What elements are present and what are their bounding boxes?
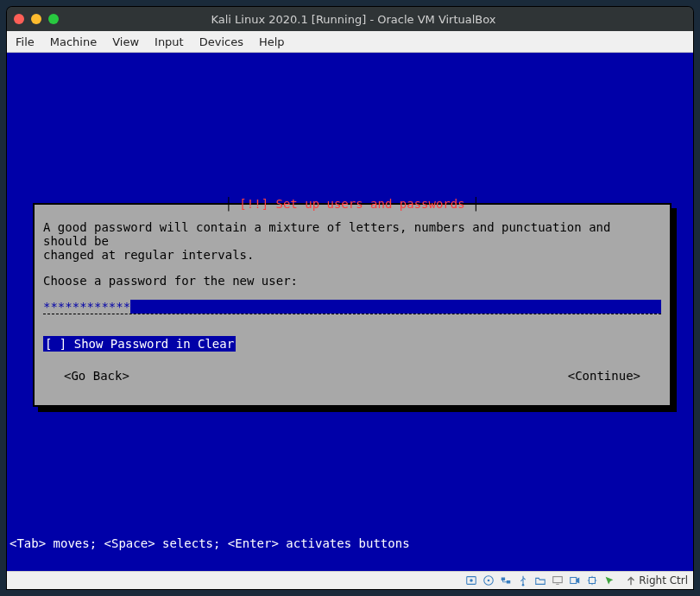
menu-help[interactable]: Help — [259, 35, 285, 48]
spacer — [43, 262, 661, 274]
password-field-row: ************ — [43, 300, 661, 315]
help-text-line2: changed at regular intervals. — [43, 248, 661, 262]
continue-button[interactable]: <Continue> — [568, 369, 640, 383]
hostkey-indicator: Right Ctrl — [625, 574, 688, 586]
mouse-integration-icon[interactable] — [602, 574, 616, 587]
help-text-line1: A good password will contain a mixture o… — [43, 220, 661, 248]
svg-point-1 — [470, 579, 473, 582]
go-back-button[interactable]: <Go Back> — [64, 369, 129, 383]
shared-folder-icon[interactable] — [533, 574, 547, 587]
usb-icon[interactable] — [516, 574, 530, 587]
titlebar: Kali Linux 2020.1 [Running] - Oracle VM … — [7, 7, 693, 31]
nav-row: <Go Back> <Continue> — [43, 369, 661, 383]
minimize-icon[interactable] — [31, 14, 41, 24]
dialog-title-row: ┤ [!!] Set up users and passwords ├ — [35, 197, 670, 211]
password-underline — [43, 300, 661, 314]
installer-dialog: ┤ [!!] Set up users and passwords ├ A go… — [33, 203, 672, 407]
svg-rect-8 — [571, 578, 577, 584]
network-icon[interactable] — [499, 574, 513, 587]
svg-point-3 — [488, 580, 490, 582]
svg-rect-9 — [590, 578, 596, 584]
menu-devices[interactable]: Devices — [199, 35, 243, 48]
svg-rect-4 — [501, 578, 505, 581]
password-prompt: Choose a password for the new user: — [43, 274, 661, 288]
cpu-icon[interactable] — [585, 574, 599, 587]
svg-rect-7 — [553, 577, 563, 583]
menubar: File Machine View Input Devices Help — [7, 31, 693, 53]
vm-window: Kali Linux 2020.1 [Running] - Oracle VM … — [7, 7, 693, 589]
close-icon[interactable] — [14, 14, 24, 24]
display-icon[interactable] — [551, 574, 564, 587]
title-dash-right: ├ — [465, 197, 480, 211]
maximize-icon[interactable] — [48, 14, 59, 24]
statusbar: Right Ctrl — [7, 571, 693, 589]
menu-view[interactable]: View — [112, 35, 139, 48]
hostkey-arrow-icon — [625, 574, 637, 586]
show-password-checkbox[interactable]: [ ] Show Password in Clear — [43, 336, 236, 352]
window-title: Kali Linux 2020.1 [Running] - Oracle VM … — [69, 13, 638, 26]
recording-icon[interactable] — [568, 574, 582, 587]
svg-point-6 — [522, 584, 525, 586]
guest-screen[interactable]: ┤ [!!] Set up users and passwords ├ A go… — [7, 53, 693, 571]
menu-input[interactable]: Input — [155, 35, 184, 48]
menu-file[interactable]: File — [16, 35, 35, 48]
hostkey-label: Right Ctrl — [639, 574, 688, 586]
dialog-title: [!!] Set up users and passwords — [239, 197, 464, 211]
cd-icon[interactable] — [482, 574, 495, 587]
menu-machine[interactable]: Machine — [50, 35, 97, 48]
disk-icon[interactable] — [464, 574, 478, 587]
password-input[interactable]: ************ — [43, 300, 130, 314]
dialog-body: A good password will contain a mixture o… — [35, 205, 670, 383]
window-controls — [14, 14, 59, 24]
footer-hint: <Tab> moves; <Space> selects; <Enter> ac… — [8, 536, 692, 550]
title-dash-left: ┤ — [224, 197, 239, 211]
